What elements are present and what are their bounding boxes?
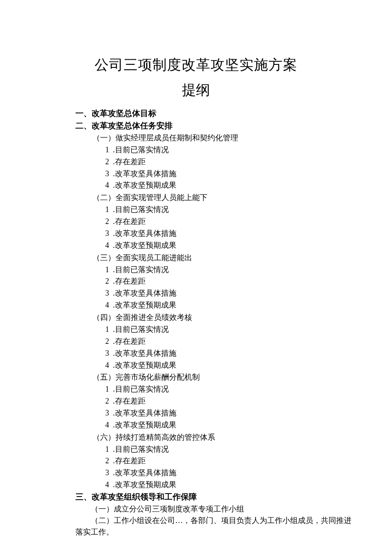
task-item: 2.存在差距 (105, 395, 352, 407)
item-number: 2 (105, 395, 113, 407)
task-item: 1.目前已落实情况 (105, 444, 352, 456)
item-text: .改革攻坚预期成果 (113, 181, 176, 189)
item-number: 1 (105, 444, 113, 456)
task-item: 4.改革攻坚预期成果 (105, 240, 352, 252)
item-number: 1 (105, 384, 113, 395)
document-title: 公司三项制度改革攻坚实施方案 (40, 55, 352, 75)
task-item: 1.目前已落实情况 (105, 324, 352, 336)
task-item: 3.改革攻坚具体措施 (105, 407, 352, 419)
task-item: 3.改革攻坚具体措施 (105, 348, 352, 360)
task-heading: （二）全面实现管理人员能上能下 (92, 192, 352, 204)
task-item: 2.存在差距 (105, 455, 352, 467)
paragraph: （二）工作小组设在公司…，各部门、项目负责人为工作小组成员，共同推进落实工作。 (75, 515, 352, 538)
item-text: .改革攻坚具体措施 (113, 289, 176, 297)
item-text: .改革攻坚预期成果 (113, 421, 176, 429)
item-text: .改革攻坚预期成果 (113, 301, 176, 309)
item-text: .改革攻坚具体措施 (113, 468, 176, 477)
item-number: 3 (105, 467, 113, 479)
item-number: 2 (105, 156, 113, 168)
item-text: .改革攻坚具体措施 (113, 169, 176, 178)
item-number: 3 (105, 168, 113, 180)
task-item: 4.改革攻坚预期成果 (105, 180, 352, 192)
item-number: 4 (105, 240, 113, 252)
section-2-heading: 二、改革攻坚总体任务安排 (75, 120, 352, 132)
task-item: 1.目前已落实情况 (105, 144, 352, 156)
item-number: 4 (105, 419, 113, 431)
task-item: 1.目前已落实情况 (105, 384, 352, 395)
item-number: 2 (105, 455, 113, 467)
item-text: .存在差距 (113, 157, 146, 166)
item-text: .目前已落实情况 (113, 385, 169, 393)
item-text: .存在差距 (113, 217, 146, 226)
item-text: .改革攻坚具体措施 (113, 349, 176, 357)
task-item: 2.存在差距 (105, 216, 352, 228)
item-text: .目前已落实情况 (113, 265, 169, 274)
document-subtitle: 提纲 (40, 81, 352, 100)
item-number: 1 (105, 204, 113, 216)
item-text: .存在差距 (113, 456, 146, 465)
task-item: 4.改革攻坚预期成果 (105, 299, 352, 311)
item-number: 2 (105, 216, 113, 228)
item-text: .改革攻坚预期成果 (113, 241, 176, 250)
task-item: 3.改革攻坚具体措施 (105, 288, 352, 299)
task-item: 2.存在差距 (105, 276, 352, 288)
item-text: .改革攻坚具体措施 (113, 409, 176, 417)
item-number: 2 (105, 276, 113, 288)
task-item: 2.存在差距 (105, 156, 352, 168)
item-text: .存在差距 (113, 337, 146, 346)
item-number: 1 (105, 324, 113, 336)
item-text: .目前已落实情况 (113, 205, 169, 214)
item-number: 4 (105, 479, 113, 491)
item-number: 3 (105, 407, 113, 419)
item-text: .改革攻坚预期成果 (113, 361, 176, 369)
task-item: 4.改革攻坚预期成果 (105, 360, 352, 372)
task-heading: （五）完善市场化薪酬分配机制 (92, 371, 352, 384)
item-number: 2 (105, 336, 113, 348)
item-text: .存在差距 (113, 277, 146, 285)
section-1-heading: 一、改革攻坚总体目标 (75, 108, 352, 120)
item-text: .存在差距 (113, 397, 146, 405)
item-number: 3 (105, 228, 113, 240)
item-text: .目前已落实情况 (113, 325, 169, 334)
task-heading: （四）全面推进全员绩效考核 (92, 311, 352, 324)
item-number: 3 (105, 348, 113, 360)
task-item: 1.目前已落实情况 (105, 264, 352, 276)
task-item: 3.改革攻坚具体措施 (105, 168, 352, 180)
item-number: 4 (105, 360, 113, 372)
task-item: 3.改革攻坚具体措施 (105, 228, 352, 240)
item-text: .改革攻坚具体措施 (113, 229, 176, 238)
item-number: 3 (105, 288, 113, 299)
task-item: 3.改革攻坚具体措施 (105, 467, 352, 479)
task-item: 4.改革攻坚预期成果 (105, 419, 352, 431)
task-item: 2.存在差距 (105, 336, 352, 348)
item-text: .目前已落实情况 (113, 445, 169, 453)
item-text: .改革攻坚预期成果 (113, 480, 176, 489)
paragraph: （一）成立分公司三项制度改革专项工作小组 (75, 503, 352, 515)
task-heading: （一）做实经理层成员任期制和契约化管理 (92, 132, 352, 144)
section-3-heading: 三、改革攻坚组织领导和工作保障 (75, 491, 352, 503)
item-number: 4 (105, 299, 113, 311)
task-heading: （六）持续打造精简高效的管控体系 (92, 431, 352, 444)
task-item: 4.改革攻坚预期成果 (105, 479, 352, 491)
item-number: 1 (105, 264, 113, 276)
task-heading: （三）全面实现员工能进能出 (92, 252, 352, 264)
item-number: 1 (105, 144, 113, 156)
task-item: 1.目前已落实情况 (105, 204, 352, 216)
item-text: .目前已落实情况 (113, 145, 169, 154)
item-number: 4 (105, 180, 113, 192)
